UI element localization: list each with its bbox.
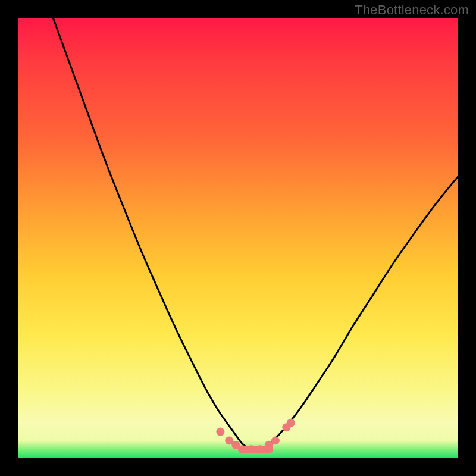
highlight-dot [216,428,224,436]
highlight-dot [238,445,246,453]
chart-frame: TheBottleneck.com [0,0,476,476]
bottleneck-curve-path [53,18,458,449]
highlight-dot [256,445,264,453]
bottleneck-curve-line [53,18,458,449]
watermark-text: TheBottleneck.com [355,2,469,18]
highlight-dot [271,436,280,444]
plot-area [18,18,458,458]
curve-layer [18,18,458,458]
highlight-dot [247,445,255,453]
highlight-dot [287,419,295,427]
